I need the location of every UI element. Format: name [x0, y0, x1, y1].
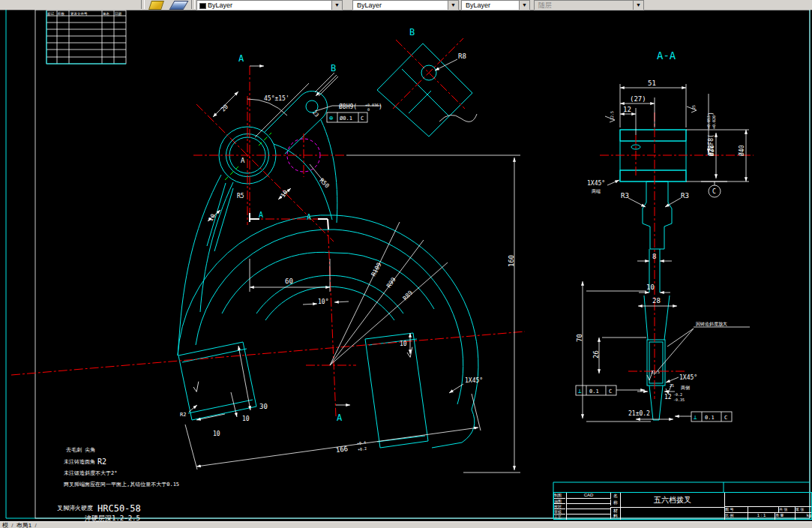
dim-8: 8	[652, 253, 656, 260]
toolbar-separator	[141, 0, 145, 9]
chevron-down-icon[interactable]: ▼	[448, 1, 458, 10]
perp-symbol-left: ⊥	[578, 388, 582, 394]
part-name: 五六档拨叉	[620, 493, 724, 507]
dim-r50: R50	[318, 177, 331, 190]
section-label-a-mid2: A	[307, 213, 311, 221]
dim-166-sup: +0.4	[356, 440, 366, 446]
note-line4: 两叉脚端面应在同一平面上,其错位量不大于0.15	[64, 481, 179, 488]
dim-10-foot2: 10	[213, 430, 220, 437]
bore-callout-sub: +0.020	[712, 116, 716, 129]
properties-toolbar: ByLayer ▼ ByLayer ▼ ByLayer ▼ 随层 ▼	[0, 0, 812, 10]
dim-12-tol: 12	[664, 394, 672, 400]
dim-70: 70	[576, 334, 583, 342]
revision-table: 标记 处数 更改文件号 签名 日期	[46, 10, 126, 64]
lineweight-control-combo[interactable]: ByLayer ▼	[461, 0, 530, 10]
position-tolerance-symbol: ⊕	[329, 114, 333, 122]
tb-row-label: 工艺	[554, 514, 565, 520]
revision-header: 更改文件号	[70, 11, 88, 16]
chamfer-bottom: 1X45°	[679, 374, 697, 381]
revision-header: 签名	[103, 12, 109, 16]
perp-tol-right: 0.1	[705, 415, 715, 421]
linetype-control-combo[interactable]: ByLayer ▼	[352, 0, 459, 10]
dim-r5: R5	[237, 193, 244, 200]
tb-name-char2: 称	[610, 500, 620, 506]
tb-row-value	[566, 514, 610, 520]
dim-d40: Ø40	[738, 145, 745, 156]
revision-header: 处数	[58, 11, 65, 16]
dim-20: 20	[220, 103, 229, 112]
weight-unit: kg	[795, 512, 811, 520]
dim-r109: R109	[370, 261, 383, 277]
section-label-a-top: A	[238, 53, 244, 64]
dim-27: (27)	[630, 95, 646, 103]
tab-model[interactable]: 模型	[0, 522, 8, 528]
dim-21: 21±0.2	[628, 410, 650, 417]
tab-divider: /	[11, 522, 13, 528]
revision-header: 日期	[115, 12, 122, 16]
position-tolerance-value: Ø0.1	[340, 116, 352, 122]
datum-c-label: C	[712, 188, 716, 195]
dim-60: 60	[285, 278, 293, 285]
weight-label: 质 量	[775, 512, 795, 520]
layers-icon	[169, 1, 189, 10]
bore-callout-close: )	[708, 112, 715, 116]
title-block: 制图 CAD 描图 校对 审核 工艺 名 称 材 料 五六档拨叉 图 号 共 张…	[553, 492, 812, 520]
drawing-canvas[interactable]: 标记 处数 更改文件号 签名 日期	[0, 10, 812, 521]
dim-166-sub: +0.2	[358, 446, 367, 452]
dim-r99: R99	[385, 276, 397, 289]
roughness-25-bottom: 25	[670, 383, 674, 388]
taper-note: 因铸造斜度放大	[696, 321, 727, 327]
dim-10-foot1: 10	[242, 416, 250, 422]
note-line2: 未注铸造圆角	[64, 458, 95, 465]
angle-45-dim: 45°±15'	[264, 95, 289, 102]
dim-12-tol-sub: -0.35	[673, 398, 685, 402]
cad-application-window: ByLayer ▼ ByLayer ▼ ByLayer ▼ 随层 ▼	[0, 0, 812, 528]
properties-painter-button[interactable]	[147, 0, 165, 9]
note-line5: 叉脚淬火硬度	[57, 505, 93, 512]
note-line6: 淬硬层深1.2-2.5	[85, 514, 140, 521]
layout-tab-bar: 模型 / 布局1 /	[0, 521, 812, 528]
chamfer-top-note: 两端	[592, 188, 601, 194]
view-b-label: B	[409, 27, 415, 38]
dim-51: 51	[648, 80, 656, 87]
chamfer-bottom-note: 两侧	[681, 385, 690, 391]
tab-layout1[interactable]: 布局1	[16, 522, 31, 528]
dim-d36: Ø36	[708, 145, 715, 156]
chevron-down-icon[interactable]: ▼	[331, 1, 342, 10]
color-combo-value: ByLayer	[208, 1, 232, 10]
dim-r3-left: R3	[621, 192, 629, 200]
view-b: B R8	[377, 27, 477, 136]
tb-row-value: CAD	[566, 493, 610, 498]
revision-header: 标记	[46, 11, 55, 16]
hole-callout-sub: 0	[367, 107, 370, 112]
hole-callout-close: )	[379, 104, 382, 110]
note-line2-value: R2	[97, 458, 106, 466]
perp-tol-left: 0.1	[589, 388, 599, 394]
dim-160: 160	[508, 255, 515, 267]
layers-button[interactable]	[169, 0, 187, 9]
chevron-down-icon[interactable]: ▼	[519, 1, 529, 10]
dim-r89: R89	[402, 290, 415, 302]
paint-icon	[148, 1, 164, 10]
dim-r8: R8	[458, 52, 466, 60]
dim-166: 166	[335, 445, 348, 454]
technical-notes: 去毛刺 尖角 未注铸造圆角 R2 未注锻造斜度不大于2° 两叉脚端面应在同一平面…	[57, 447, 179, 521]
hole-callout: Ø8H9(	[339, 103, 357, 110]
dim-26: 26	[592, 350, 600, 358]
dim-28: 28	[652, 297, 661, 304]
color-control-combo[interactable]: ByLayer ▼	[196, 0, 343, 10]
dim-23: 23	[311, 110, 320, 118]
chamfer-top: 1X45°	[587, 180, 605, 187]
company-cell	[724, 493, 811, 506]
dim-12: 12	[623, 106, 631, 113]
section-label-a-bottom: A	[337, 412, 343, 423]
dim-chamfer-1x45: 1X45°	[465, 377, 483, 384]
dim-12-tol-sup: -0.2	[673, 392, 682, 397]
note-line5-value: HRC50-58	[97, 503, 141, 514]
scale-value: 1 : 1	[748, 512, 775, 520]
tb-name-char1: 名	[610, 493, 620, 499]
dim-10-mid: 10	[400, 340, 407, 347]
front-view: A A A A A B 45°±15' 20 23 Ø8H9( +0.036 0…	[11, 53, 525, 472]
color-swatch	[199, 3, 206, 9]
hub-label-a: A	[241, 157, 245, 164]
